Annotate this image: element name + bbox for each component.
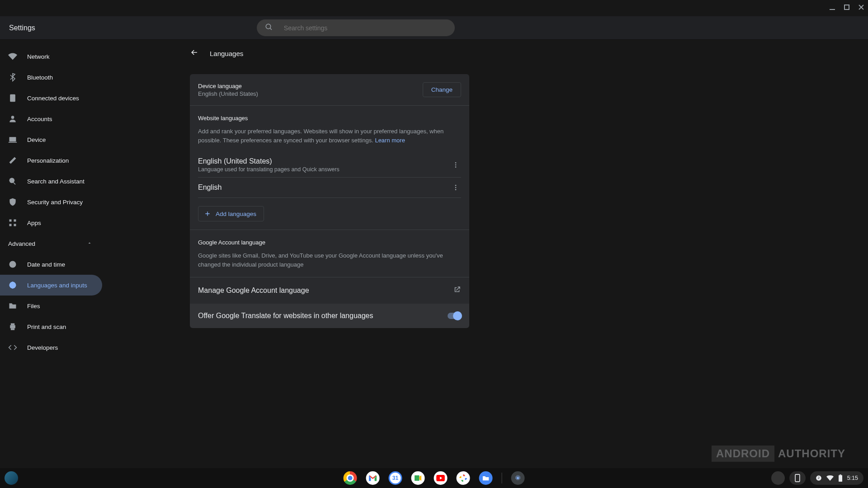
phone-hub-icon[interactable] — [789, 471, 806, 485]
shelf: 31 2 5:15 — [0, 468, 868, 488]
chrome-icon[interactable] — [344, 471, 357, 485]
svg-point-24 — [455, 185, 457, 186]
website-lang-heading: Website languages — [190, 106, 469, 127]
sidebar-item-search[interactable]: Search and Assistant — [0, 171, 102, 192]
svg-rect-8 — [9, 137, 16, 141]
manage-account-language-row[interactable]: Manage Google Account language — [190, 277, 469, 304]
svg-point-4 — [266, 24, 271, 29]
svg-rect-6 — [10, 94, 15, 102]
svg-rect-30 — [795, 474, 800, 482]
battery-icon — [838, 474, 843, 482]
language-row: English — [198, 178, 461, 198]
device-language-value: English (United States) — [198, 90, 258, 97]
sidebar-item-accounts[interactable]: Accounts — [0, 108, 102, 129]
sidebar-item-languages[interactable]: Languages and inputs — [0, 275, 102, 296]
sidebar-item-label: Security and Privacy — [27, 199, 83, 206]
sidebar-item-datetime[interactable]: Date and time — [0, 254, 102, 275]
svg-point-10 — [9, 178, 15, 183]
translate-toggle-row: Offer Google Translate for websites in o… — [190, 304, 469, 328]
content: Languages Device language English (Unite… — [190, 48, 469, 468]
sidebar-item-label: Files — [27, 303, 40, 310]
watermark: ANDROIDAUTHORITY — [712, 446, 845, 462]
sidebar-item-files[interactable]: Files — [0, 296, 102, 316]
manage-label: Manage Google Account language — [198, 286, 309, 295]
svg-point-23 — [455, 166, 457, 168]
svg-point-25 — [455, 187, 457, 188]
gmail-icon[interactable] — [366, 471, 380, 485]
meet-icon[interactable] — [411, 471, 425, 485]
sidebar-item-label: Accounts — [27, 116, 52, 122]
minimize-icon[interactable] — [829, 4, 835, 12]
svg-text:2: 2 — [818, 476, 820, 479]
more-icon[interactable] — [450, 160, 461, 170]
add-languages-label: Add languages — [216, 211, 256, 217]
account-lang-desc: Google sites like Gmail, Drive, and YouT… — [190, 251, 469, 277]
sidebar-item-bluetooth[interactable]: Bluetooth — [0, 67, 102, 88]
clock: 5:15 — [847, 475, 858, 481]
language-name: English — [198, 183, 222, 192]
sidebar-item-device[interactable]: Device — [0, 129, 102, 150]
language-note: Language used for translating pages and … — [198, 166, 340, 173]
svg-rect-18 — [10, 325, 15, 328]
svg-rect-33 — [839, 475, 842, 482]
device-language-label: Device language — [198, 83, 258, 89]
sidebar-item-network[interactable]: Network — [0, 46, 102, 67]
sidebar-advanced-heading[interactable]: Advanced — [0, 233, 102, 254]
settings-icon[interactable] — [511, 471, 525, 485]
svg-rect-34 — [840, 474, 841, 475]
sidebar-item-label: Print and scan — [27, 324, 66, 330]
sidebar: Network Bluetooth Connected devices Acco… — [0, 40, 102, 468]
svg-rect-11 — [13, 183, 15, 185]
close-icon[interactable] — [858, 4, 864, 12]
avatar[interactable] — [771, 471, 785, 485]
more-icon[interactable] — [450, 182, 461, 193]
svg-rect-1 — [844, 5, 849, 9]
back-icon[interactable] — [190, 48, 199, 59]
search-icon — [265, 23, 273, 33]
language-name: English (United States) — [198, 157, 340, 165]
svg-rect-9 — [9, 142, 17, 143]
sidebar-item-label: Search and Assistant — [27, 178, 85, 185]
external-link-icon — [453, 286, 461, 296]
sidebar-item-label: Device — [27, 136, 46, 143]
photos-icon[interactable] — [457, 471, 470, 485]
search-bar[interactable] — [257, 19, 455, 36]
page-title: Languages — [210, 50, 243, 57]
learn-more-link[interactable]: Learn more — [375, 137, 405, 144]
calendar-icon[interactable]: 31 — [389, 471, 402, 485]
svg-point-21 — [455, 162, 457, 164]
sidebar-item-label: Apps — [27, 220, 41, 226]
sidebar-item-security[interactable]: Security and Privacy — [0, 192, 102, 212]
sidebar-item-label: Bluetooth — [27, 74, 53, 81]
launcher-icon[interactable] — [5, 471, 18, 485]
svg-point-22 — [455, 164, 457, 166]
sidebar-item-print[interactable]: Print and scan — [0, 316, 102, 337]
sidebar-item-developers[interactable]: Developers — [0, 337, 102, 358]
language-row: English (United States) Language used fo… — [198, 153, 461, 178]
status-tray[interactable]: 2 5:15 — [810, 471, 863, 485]
maximize-icon[interactable] — [844, 4, 850, 12]
sidebar-item-connected[interactable]: Connected devices — [0, 88, 102, 108]
svg-rect-20 — [11, 328, 14, 330]
svg-point-7 — [11, 116, 14, 119]
sidebar-item-label: Personalization — [27, 157, 69, 164]
sidebar-item-label: Languages and inputs — [27, 282, 87, 289]
svg-point-16 — [9, 261, 16, 268]
sidebar-item-apps[interactable]: Apps — [0, 212, 102, 233]
add-languages-button[interactable]: Add languages — [198, 206, 264, 221]
translate-toggle-label: Offer Google Translate for websites in o… — [198, 312, 373, 320]
sidebar-item-label: Connected devices — [27, 95, 79, 102]
sidebar-item-personalization[interactable]: Personalization — [0, 150, 102, 171]
sidebar-item-label: Network — [27, 53, 50, 60]
window-titlebar — [0, 0, 868, 16]
youtube-icon[interactable] — [434, 471, 448, 485]
files-icon[interactable] — [479, 471, 493, 485]
translate-toggle[interactable] — [448, 313, 461, 319]
svg-rect-13 — [14, 220, 16, 222]
sidebar-item-label: Date and time — [27, 261, 65, 268]
search-input[interactable] — [284, 24, 447, 32]
change-button[interactable]: Change — [423, 82, 461, 97]
svg-rect-27 — [415, 475, 420, 481]
account-lang-heading: Google Account language — [190, 230, 469, 251]
svg-rect-19 — [11, 324, 14, 325]
